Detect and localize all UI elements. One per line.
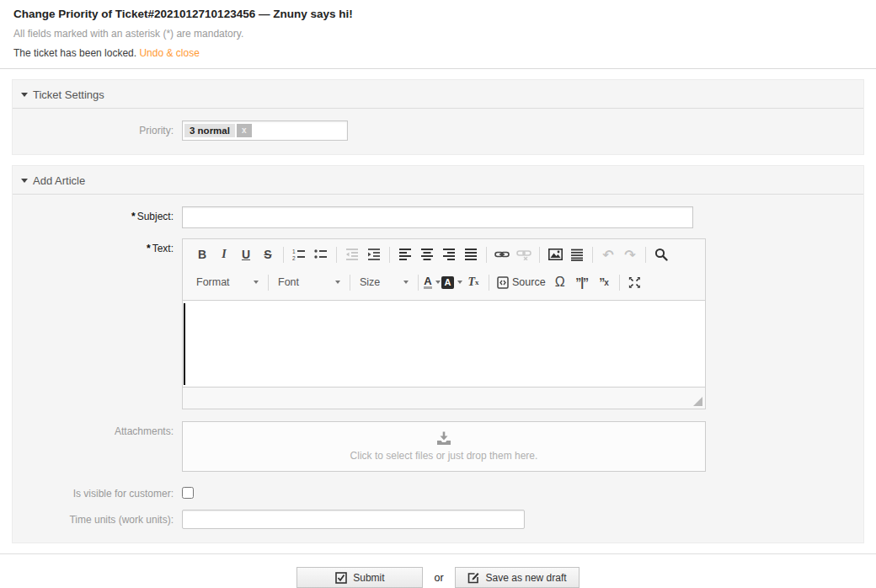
save-draft-button[interactable]: Save as new draft	[455, 567, 580, 588]
editor-text-area[interactable]	[183, 300, 705, 388]
or-label: or	[434, 572, 443, 584]
toolbar-separator	[336, 247, 337, 263]
ticket-settings-body: Priority: 3 normal x	[13, 109, 863, 154]
justify-icon[interactable]	[460, 243, 482, 265]
add-article-body: *Subject: *Text: B I U S 12	[13, 195, 863, 543]
time-units-input[interactable]	[182, 510, 525, 529]
link-icon[interactable]	[491, 243, 513, 265]
toolbar-separator	[389, 247, 390, 263]
align-left-icon[interactable]	[394, 243, 416, 265]
toolbar-separator	[619, 275, 620, 291]
chevron-down-icon	[335, 281, 340, 284]
font-dropdown-label: Font	[278, 276, 299, 288]
special-char-icon[interactable]: Ω	[549, 271, 571, 293]
align-center-icon[interactable]	[416, 243, 438, 265]
chevron-down-icon	[254, 281, 259, 284]
subject-input[interactable]	[182, 206, 693, 228]
text-cursor	[184, 303, 185, 385]
draft-button-label: Save as new draft	[486, 572, 567, 584]
ticket-settings-title: Ticket Settings	[33, 88, 104, 101]
richtext-editor: B I U S 12	[182, 238, 706, 409]
source-button-label: Source	[512, 276, 546, 288]
align-right-icon[interactable]	[438, 243, 460, 265]
add-article-widget: Add Article *Subject: *Text: B I U S	[12, 165, 864, 543]
toolbar-separator	[645, 247, 646, 263]
redo-icon[interactable]: ↷	[619, 243, 641, 265]
dropzone-text: Click to select files or just drop them …	[350, 450, 538, 462]
chevron-down-icon	[403, 281, 409, 284]
submit-check-icon	[335, 572, 347, 584]
format-dropdown[interactable]: Format	[191, 272, 264, 292]
bold-icon[interactable]: B	[191, 243, 213, 265]
source-button[interactable]: Source	[494, 271, 549, 293]
visible-for-customer-label: Is visible for customer:	[13, 484, 182, 500]
remove-blockquote-icon[interactable]: ”x	[593, 271, 615, 293]
chevron-down-icon	[435, 281, 441, 284]
background-color-icon[interactable]: A	[441, 271, 462, 293]
bullet-list-icon[interactable]	[310, 243, 332, 265]
remove-format-icon[interactable]: Tx	[462, 271, 484, 293]
indent-icon[interactable]	[363, 243, 385, 265]
text-row: *Text: B I U S 12	[13, 238, 863, 409]
text-color-icon[interactable]: A	[423, 271, 441, 293]
mandatory-note: All fields marked with an asterisk (*) a…	[13, 28, 863, 40]
main-content: Ticket Settings Priority: 3 normal x Add…	[0, 69, 876, 543]
blockquote-icon[interactable]: ”|”	[571, 271, 593, 293]
locked-note: The ticket has been locked.	[13, 47, 136, 59]
priority-select[interactable]: 3 normal x	[182, 120, 348, 141]
editor-bottom-bar	[183, 388, 705, 409]
toolbar-separator	[539, 247, 540, 263]
add-article-title: Add Article	[33, 174, 85, 187]
priority-tag: 3 normal	[184, 124, 235, 137]
collapse-caret-icon	[21, 93, 28, 97]
attachments-dropzone[interactable]: Click to select files or just drop them …	[182, 421, 706, 472]
undo-close-link[interactable]: Undo & close	[139, 47, 199, 59]
toolbar-separator	[283, 247, 284, 263]
toolbar-separator	[268, 275, 269, 291]
ticket-settings-header[interactable]: Ticket Settings	[13, 80, 863, 109]
toolbar-separator	[489, 275, 489, 291]
editor-toolbar-row1: B I U S 12	[183, 239, 705, 266]
horizontal-rule-icon[interactable]	[566, 243, 588, 265]
visible-for-customer-row: Is visible for customer:	[13, 484, 863, 500]
toolbar-separator	[486, 247, 487, 263]
page-header: Change Priority of Ticket#20210127101234…	[0, 0, 876, 59]
maximize-icon[interactable]	[624, 271, 646, 293]
italic-icon[interactable]: I	[213, 243, 235, 265]
format-dropdown-label: Format	[196, 276, 230, 288]
underline-icon[interactable]: U	[235, 243, 257, 265]
locked-note-row: The ticket has been locked. Undo & close	[13, 47, 863, 59]
page-title: Change Priority of Ticket#20210127101234…	[13, 8, 863, 20]
outdent-icon[interactable]	[341, 243, 363, 265]
strikethrough-icon[interactable]: S	[257, 243, 279, 265]
toolbar-separator	[418, 275, 419, 291]
attachments-label: Attachments:	[13, 421, 182, 437]
upload-icon	[435, 431, 452, 446]
text-label: *Text:	[13, 238, 182, 254]
subject-label: *Subject:	[13, 206, 182, 222]
collapse-caret-icon	[21, 179, 28, 183]
undo-icon[interactable]: ↶	[597, 243, 619, 265]
time-units-row: Time units (work units):	[13, 510, 863, 529]
mandatory-star: *	[131, 211, 136, 222]
priority-row: Priority: 3 normal x	[13, 120, 863, 141]
add-article-header[interactable]: Add Article	[13, 166, 863, 195]
priority-remove-icon[interactable]: x	[237, 124, 252, 137]
svg-text:1: 1	[292, 249, 296, 254]
image-icon[interactable]	[544, 243, 566, 265]
unlink-icon[interactable]	[513, 243, 535, 265]
editor-toolbar-row2: Format Font Size	[183, 266, 705, 300]
size-dropdown[interactable]: Size	[355, 272, 414, 292]
toolbar-separator	[350, 275, 350, 291]
resize-handle-icon[interactable]	[693, 397, 702, 406]
footer-actions: Submit or Save as new draft	[0, 554, 876, 588]
font-dropdown[interactable]: Font	[273, 272, 345, 292]
draft-pencil-icon	[467, 572, 480, 584]
attachments-row: Attachments: Click to select files or ju…	[13, 421, 863, 472]
numbered-list-icon[interactable]: 12	[288, 243, 310, 265]
search-icon[interactable]	[650, 243, 672, 265]
mandatory-star: *	[147, 243, 151, 254]
size-dropdown-label: Size	[360, 276, 380, 288]
visible-for-customer-checkbox[interactable]	[182, 487, 194, 499]
submit-button[interactable]: Submit	[296, 567, 423, 588]
